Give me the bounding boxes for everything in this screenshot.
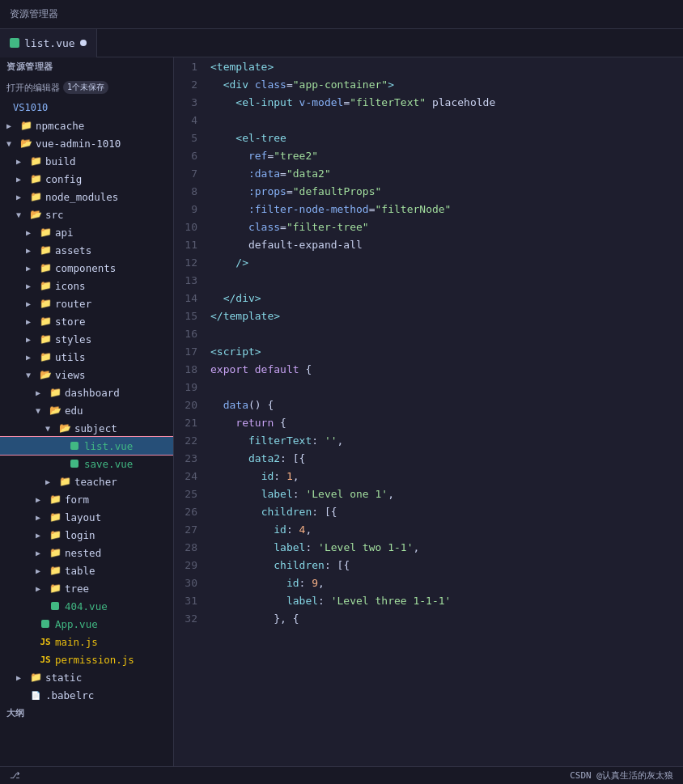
tree-icon-save.vue xyxy=(68,457,81,470)
tree-item-layout[interactable]: ▶📁layout xyxy=(0,508,173,526)
tree-label-edu: edu xyxy=(65,405,83,417)
code-line-12: 12 /> xyxy=(174,253,683,271)
tree-item-vue-admin-1010[interactable]: ▼📂vue-admin-1010 xyxy=(0,134,173,152)
top-bar: 资源管理器 xyxy=(0,0,683,29)
tree-icon-views: 📂 xyxy=(39,368,52,381)
tree-icon-tree: 📁 xyxy=(49,582,62,595)
tree-arrow-layout: ▶ xyxy=(36,513,49,522)
tree-label-teacher: teacher xyxy=(74,476,117,488)
tree-label-src: src xyxy=(45,209,64,221)
code-editor[interactable]: 1<template>2 <div class="app-container">… xyxy=(174,57,683,766)
tree-item-form[interactable]: ▶📁form xyxy=(0,490,173,508)
code-line-29: 29 children: [{ xyxy=(174,556,683,574)
tree-item-build[interactable]: ▶📁build xyxy=(0,152,173,170)
tree-label-App.vue: App.vue xyxy=(55,618,98,630)
tree-item-table[interactable]: ▶📁table xyxy=(0,562,173,579)
tree-arrow-src: ▼ xyxy=(16,210,29,219)
tree-item-api[interactable]: ▶📁api xyxy=(0,223,173,241)
tree-item-subject[interactable]: ▼📂subject xyxy=(0,419,173,437)
code-line-1: 1<template> xyxy=(174,57,683,75)
tree-icon-styles: 📁 xyxy=(39,333,52,345)
tree-item-tree[interactable]: ▶📁tree xyxy=(0,579,173,597)
file-tab[interactable]: list.vue xyxy=(0,29,97,57)
line-content-13 xyxy=(210,271,683,289)
tree-arrow-router: ▶ xyxy=(26,299,39,308)
line-number-9: 9 xyxy=(174,200,210,218)
tree-item-permission.js[interactable]: JSpermission.js xyxy=(0,651,173,668)
line-number-22: 22 xyxy=(174,431,210,449)
tree-item-list.vue[interactable]: list.vue xyxy=(0,437,173,455)
tree-item-router[interactable]: ▶📁router xyxy=(0,295,173,312)
tree-item-components[interactable]: ▶📁components xyxy=(0,259,173,277)
tree-item-.babelrc[interactable]: 📄.babelrc xyxy=(0,686,173,704)
line-number-3: 3 xyxy=(174,93,210,111)
code-line-5: 5 <el-tree xyxy=(174,129,683,146)
line-number-30: 30 xyxy=(174,574,210,591)
tree-arrow-vue-admin-1010: ▼ xyxy=(6,139,19,148)
line-content-9: :filter-node-method="filterNode" xyxy=(210,200,683,218)
tree-item-dashboard[interactable]: ▶📁dashboard xyxy=(0,384,173,401)
tree-item-teacher[interactable]: ▶📁teacher xyxy=(0,473,173,490)
tree-item-store[interactable]: ▶📁store xyxy=(0,312,173,330)
tree-label-main.js: main.js xyxy=(55,636,98,648)
tab-filename: list.vue xyxy=(24,37,75,49)
tree-label-subject: subject xyxy=(74,422,117,434)
line-content-18: export default { xyxy=(210,360,683,378)
git-icon: ⎇ xyxy=(10,770,20,781)
tree-label-components: components xyxy=(55,262,116,274)
line-content-23: data2: [{ xyxy=(210,449,683,467)
tree-item-save.vue[interactable]: save.vue xyxy=(0,455,173,473)
tree-item-login[interactable]: ▶📁login xyxy=(0,526,173,544)
tree-arrow-teacher: ▶ xyxy=(45,477,58,486)
tree-label-layout: layout xyxy=(65,511,101,523)
tree-icon-build: 📁 xyxy=(29,155,42,167)
line-number-31: 31 xyxy=(174,591,210,609)
tree-icon-main.js: JS xyxy=(39,635,52,648)
tree-item-utils[interactable]: ▶📁utils xyxy=(0,348,173,366)
code-line-25: 25 label: 'Level one 1', xyxy=(174,485,683,502)
tree-item-styles[interactable]: ▶📁styles xyxy=(0,330,173,348)
tree-label-node_modules: node_modules xyxy=(45,191,118,203)
tree-icon-form: 📁 xyxy=(49,493,62,506)
tree-item-404.vue[interactable]: 404.vue xyxy=(0,597,173,615)
tree-item-icons[interactable]: ▶📁icons xyxy=(0,277,173,295)
tree-icon-table: 📁 xyxy=(49,564,62,577)
tree-icon-nested: 📁 xyxy=(49,546,62,559)
code-line-18: 18export default { xyxy=(174,360,683,378)
line-content-28: label: 'Level two 1-1', xyxy=(210,538,683,556)
tree-item-npmcache[interactable]: ▶📁npmcache xyxy=(0,117,173,134)
tab-bar: list.vue xyxy=(0,29,683,57)
tree-item-nested[interactable]: ▶📁nested xyxy=(0,544,173,562)
tree-item-config[interactable]: ▶📁config xyxy=(0,170,173,188)
tree-label-.babelrc: .babelrc xyxy=(45,689,94,701)
tree-item-node_modules[interactable]: ▶📁node_modules xyxy=(0,188,173,206)
tree-label-nested: nested xyxy=(65,547,101,559)
line-number-12: 12 xyxy=(174,253,210,271)
window-title: 资源管理器 xyxy=(10,7,58,21)
line-content-16 xyxy=(210,324,683,342)
line-content-19 xyxy=(210,378,683,396)
code-line-26: 26 children: [{ xyxy=(174,502,683,520)
line-content-15: </template> xyxy=(210,307,683,324)
tree-item-src[interactable]: ▼📂src xyxy=(0,206,173,223)
tree-arrow-build: ▶ xyxy=(16,157,29,166)
tree-item-static[interactable]: ▶📁static xyxy=(0,668,173,686)
tree-label-config: config xyxy=(45,173,82,185)
code-line-10: 10 class="filter-tree" xyxy=(174,218,683,235)
code-line-3: 3 <el-input v-model="filterText" placeho… xyxy=(174,93,683,111)
tree-item-views[interactable]: ▼📂views xyxy=(0,366,173,384)
code-line-13: 13 xyxy=(174,271,683,289)
tree-arrow-tree: ▶ xyxy=(36,584,49,593)
tree-icon-router: 📁 xyxy=(39,297,52,310)
code-line-7: 7 :data="data2" xyxy=(174,164,683,182)
line-number-11: 11 xyxy=(174,235,210,253)
tree-item-App.vue[interactable]: App.vue xyxy=(0,615,173,633)
tree-item-assets[interactable]: ▶📁assets xyxy=(0,241,173,259)
active-editor-item[interactable]: VS1010 xyxy=(0,99,173,117)
bottom-bar: ⎇ CSDN @认真生活的灰太狼 xyxy=(0,766,683,784)
line-content-10: class="filter-tree" xyxy=(210,218,683,235)
tree-icon-login: 📁 xyxy=(49,528,62,541)
tree-item-edu[interactable]: ▼📂edu xyxy=(0,401,173,419)
line-number-17: 17 xyxy=(174,342,210,360)
tree-item-main.js[interactable]: JSmain.js xyxy=(0,633,173,651)
